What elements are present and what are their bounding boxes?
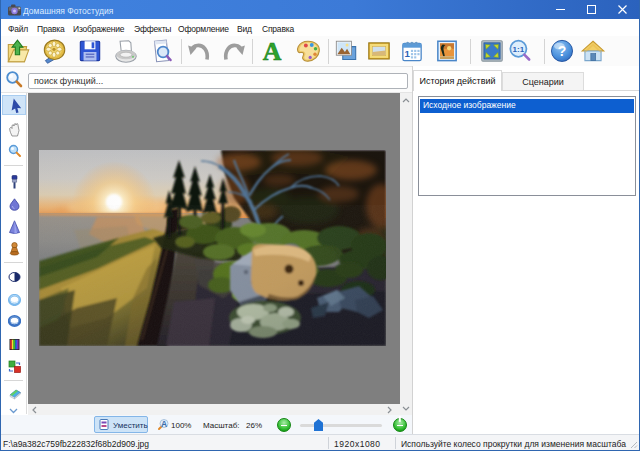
svg-text:A: A bbox=[263, 38, 282, 66]
svg-text:?: ? bbox=[558, 43, 567, 59]
svg-text:1: 1 bbox=[404, 48, 410, 59]
svg-text:A: A bbox=[161, 419, 167, 429]
svg-text:1:1: 1:1 bbox=[513, 45, 525, 54]
